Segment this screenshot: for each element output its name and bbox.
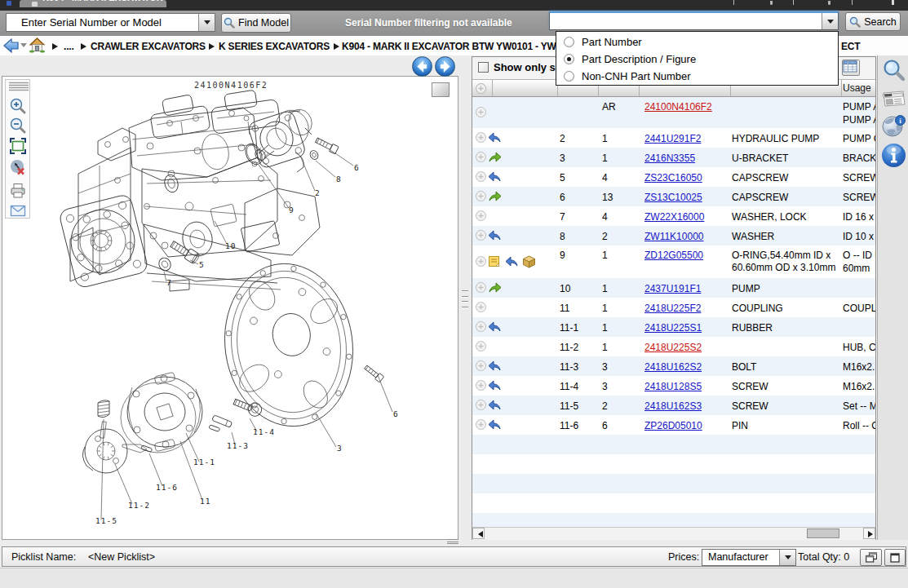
compare-windows-button[interactable] xyxy=(860,549,882,566)
back-history-chevron-icon[interactable] xyxy=(20,43,27,51)
part-number-link[interactable]: 2437U191F1 xyxy=(644,283,701,294)
expand-row-icon[interactable] xyxy=(476,341,486,351)
search-type-option[interactable]: Part Number xyxy=(556,34,838,51)
info-icon[interactable] xyxy=(880,142,907,169)
expand-row-icon[interactable] xyxy=(476,107,486,117)
blue-arrow-icon[interactable] xyxy=(488,360,502,372)
prices-dropdown-button[interactable] xyxy=(779,550,795,565)
description-cell: CAPSCREW xyxy=(732,192,788,203)
expand-row-icon[interactable] xyxy=(476,152,486,162)
part-number-link[interactable]: ZS23C16050 xyxy=(644,172,702,183)
table-view-button[interactable] xyxy=(842,60,860,76)
select-pointer-disabled-button[interactable] xyxy=(9,159,27,177)
expand-row-icon[interactable] xyxy=(476,380,486,391)
breadcrumb-item-k-series[interactable]: K SERIES EXCAVATORS xyxy=(219,41,330,52)
globe-info-icon[interactable]: i xyxy=(881,114,906,139)
blue-arrow-icon[interactable] xyxy=(505,255,519,267)
fit-to-window-button[interactable] xyxy=(9,137,27,155)
exploded-parts-diagram[interactable]: 298610573611-411-311-11111-611-211-5 xyxy=(2,76,457,538)
news-icon[interactable] xyxy=(881,89,906,108)
search-type-option[interactable]: Non-CNH Part Number xyxy=(556,69,838,86)
radio-icon[interactable] xyxy=(564,71,574,82)
scroll-right-button[interactable] xyxy=(863,528,875,539)
part-number-link[interactable]: 24100N4106F2 xyxy=(644,101,712,113)
print-button[interactable] xyxy=(9,182,27,200)
part-number-link[interactable]: 2418U225F2 xyxy=(644,303,701,314)
expand-row-icon[interactable] xyxy=(476,360,486,371)
part-number-link[interactable]: ZW22X16000 xyxy=(644,211,704,223)
part-number-link[interactable]: 2418U225S2 xyxy=(644,342,702,353)
search-button[interactable]: Search xyxy=(845,12,901,31)
scrollbar-thumb[interactable] xyxy=(807,528,839,538)
package-icon[interactable] xyxy=(522,255,536,268)
home-icon[interactable] xyxy=(29,38,45,53)
browser-tab[interactable]: K904 - MARK II EXCAVATOR xyxy=(20,0,166,7)
search-combo-dropdown-button[interactable] xyxy=(822,13,838,29)
expand-row-icon[interactable] xyxy=(476,171,486,182)
breadcrumb-item-k904[interactable]: K904 - MARK II EXCAVATOR BTW YW0101 - YW xyxy=(342,41,556,52)
table-grid-icon xyxy=(843,60,857,73)
blue-arrow-icon[interactable] xyxy=(488,170,502,183)
part-number-link[interactable]: ZW11K10000 xyxy=(644,231,704,242)
part-number-link[interactable]: ZS13C10025 xyxy=(644,192,702,203)
part-number-link[interactable]: ZD12G05500 xyxy=(644,250,703,261)
find-model-button[interactable]: Find Model xyxy=(221,13,291,33)
picklist-name-value[interactable]: <New Picklist> xyxy=(88,551,155,563)
horizontal-scrollbar[interactable] xyxy=(472,527,875,540)
green-arrow-icon[interactable] xyxy=(488,190,502,202)
zoom-out-button[interactable] xyxy=(9,117,27,135)
part-number-link[interactable]: 2418U162S3 xyxy=(644,400,702,412)
blue-arrow-icon[interactable] xyxy=(488,321,502,333)
blue-arrow-icon[interactable] xyxy=(488,379,502,391)
expand-row-icon[interactable] xyxy=(476,419,486,430)
part-number-link[interactable]: 2418U128S5 xyxy=(644,381,702,392)
blue-arrow-icon[interactable] xyxy=(488,229,502,241)
bottom-splitter-handle[interactable] xyxy=(447,539,458,544)
breadcrumb-item-root[interactable]: .... xyxy=(64,41,74,52)
scroll-left-button[interactable] xyxy=(472,528,485,539)
previous-figure-button[interactable] xyxy=(412,56,432,77)
green-arrow-icon[interactable] xyxy=(488,281,502,294)
expand-row-icon[interactable] xyxy=(476,132,486,143)
radio-selected-icon[interactable] xyxy=(564,54,574,64)
maximize-button[interactable] xyxy=(884,549,906,566)
radio-icon[interactable] xyxy=(564,37,574,47)
expand-row-icon[interactable] xyxy=(476,256,486,267)
show-only-selected-checkbox[interactable] xyxy=(478,62,489,73)
toolbar-drag-handle[interactable] xyxy=(9,82,27,91)
part-number-link[interactable]: 2416N3355 xyxy=(644,153,695,164)
email-button[interactable] xyxy=(9,201,27,219)
breadcrumb-item-crawler-excavators[interactable]: CRAWLER EXCAVATORS xyxy=(91,41,206,52)
search-type-option[interactable]: Part Description / Figure xyxy=(556,51,838,69)
diagram-callout-label: 8 xyxy=(336,175,342,183)
prices-value[interactable]: Manufacturer xyxy=(702,550,779,565)
zoom-in-button[interactable] xyxy=(9,97,27,115)
expand-row-icon[interactable] xyxy=(476,191,486,201)
green-arrow-icon[interactable] xyxy=(488,151,502,163)
search-parts-icon[interactable] xyxy=(882,58,906,82)
note-icon[interactable] xyxy=(488,255,500,267)
expand-row-icon[interactable] xyxy=(476,230,486,241)
blue-arrow-icon[interactable] xyxy=(488,418,502,431)
next-figure-button[interactable] xyxy=(435,56,455,77)
serial-combo-dropdown-button[interactable] xyxy=(198,14,215,31)
part-number-link[interactable]: 2418U162S2 xyxy=(644,361,702,373)
expand-row-icon[interactable] xyxy=(476,321,486,332)
serial-number-input[interactable]: Enter Serial Number or Model xyxy=(7,14,198,31)
expand-row-icon[interactable] xyxy=(476,282,486,293)
part-number-link[interactable]: 2441U291F2 xyxy=(644,133,701,144)
diagram-overview-button[interactable] xyxy=(432,82,450,97)
part-number-link[interactable]: ZP26D05010 xyxy=(644,420,702,431)
blue-arrow-icon[interactable] xyxy=(488,131,502,144)
usage-column-header[interactable]: Usage xyxy=(843,82,871,94)
picklist-bar: Picklist Name: <New Picklist> Prices: Ma… xyxy=(2,546,906,567)
expand-row-icon[interactable] xyxy=(476,400,486,410)
panel-splitter-handle[interactable] xyxy=(462,290,468,308)
part-number-link[interactable]: 2418U225S1 xyxy=(644,322,702,334)
expand-row-icon[interactable] xyxy=(476,210,486,221)
search-input[interactable] xyxy=(550,13,822,29)
expand-row-icon[interactable] xyxy=(476,302,486,312)
blue-arrow-icon[interactable] xyxy=(488,399,502,411)
expand-all-icon[interactable] xyxy=(476,83,486,94)
back-arrow-icon[interactable] xyxy=(3,38,20,53)
